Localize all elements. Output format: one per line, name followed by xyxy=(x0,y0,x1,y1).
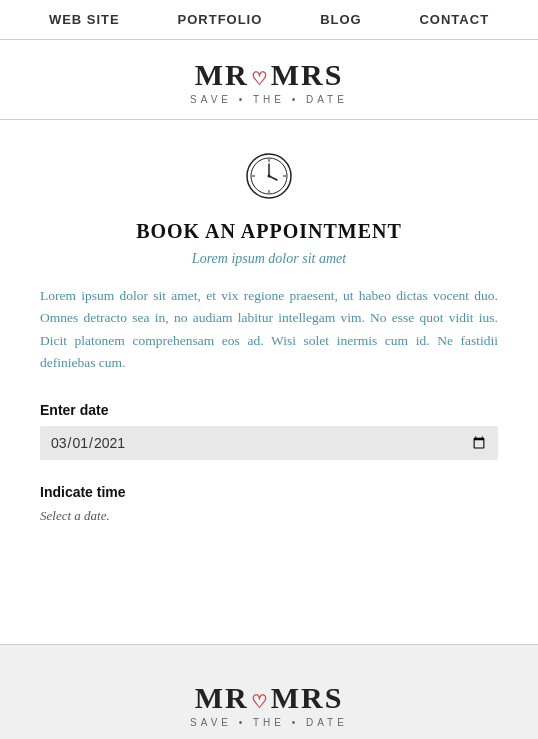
nav-contact[interactable]: CONTACT xyxy=(419,12,489,27)
nav-blog[interactable]: BLOG xyxy=(320,12,362,27)
footer-logo-mrs: MRS xyxy=(271,681,344,714)
svg-point-4 xyxy=(268,175,271,178)
nav-portfolio[interactable]: PORTFOLIO xyxy=(178,12,263,27)
logo-section: MR♡MRS SAVE • THE • DATE xyxy=(0,40,538,120)
footer-logo-text: MR♡MRS xyxy=(0,681,538,715)
footer-logo-mr: MR xyxy=(195,681,249,714)
logo: MR♡MRS xyxy=(0,58,538,92)
footer-logo: MR♡MRS SAVE • THE • DATE xyxy=(0,665,538,739)
nav-website[interactable]: WEB SITE xyxy=(49,12,120,27)
logo-subtitle: SAVE • THE • DATE xyxy=(0,94,538,105)
footer-logo-heart-icon: ♡ xyxy=(251,691,269,713)
date-field-wrapper: Enter date xyxy=(40,402,498,460)
main-content: BOOK AN APPOINTMENT Lorem ipsum dolor si… xyxy=(0,120,538,584)
logo-heart-icon: ♡ xyxy=(251,68,269,90)
description-text: Lorem ipsum dolor sit amet, et vix regio… xyxy=(40,285,498,374)
logo-mrs: MRS xyxy=(271,58,344,91)
top-nav: WEB SITE PORTFOLIO BLOG CONTACT xyxy=(0,0,538,40)
time-section: Indicate time Select a date. xyxy=(40,484,498,524)
time-placeholder: Select a date. xyxy=(40,508,498,524)
footer: MR♡MRS SAVE • THE • DATE WEB SITE PORTFO… xyxy=(0,644,538,739)
clock-icon-wrapper xyxy=(40,150,498,206)
logo-mr: MR xyxy=(195,58,249,91)
footer-logo-subtitle: SAVE • THE • DATE xyxy=(0,717,538,728)
time-label: Indicate time xyxy=(40,484,498,500)
page-subtitle: Lorem ipsum dolor sit amet xyxy=(40,251,498,267)
date-label: Enter date xyxy=(40,402,498,418)
date-input[interactable] xyxy=(40,426,498,460)
clock-icon xyxy=(243,150,295,202)
page-title: BOOK AN APPOINTMENT xyxy=(40,220,498,243)
